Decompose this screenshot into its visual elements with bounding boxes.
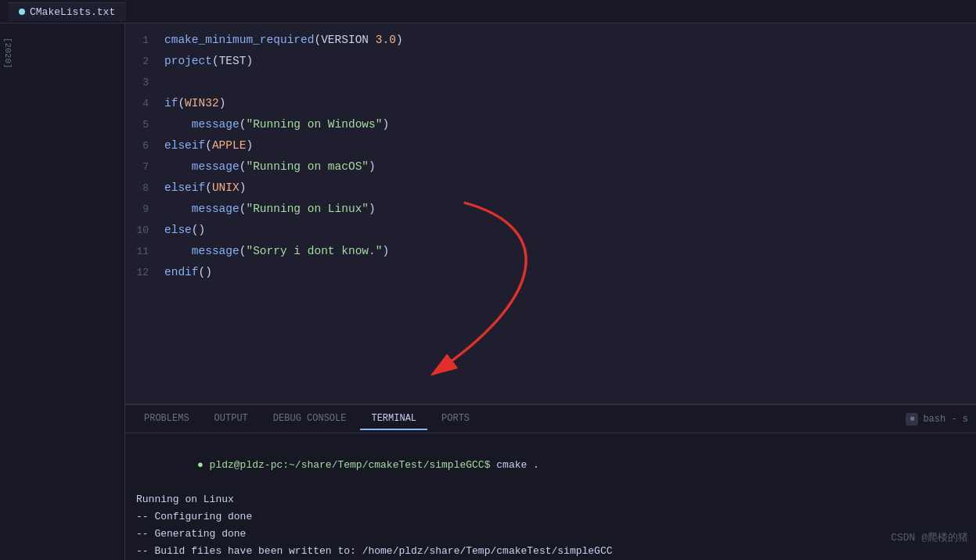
line-num-7: 7: [125, 157, 164, 178]
tab-output[interactable]: OUTPUT: [203, 408, 259, 430]
terminal-prompt: ● pldz@pldz-pc:~/share/Temp/cmakeTest/si…: [197, 459, 490, 471]
top-bar: CMakeLists.txt: [0, 0, 976, 23]
terminal-command: cmake .: [490, 459, 538, 471]
code-line-5: 5 message("Running on Windows"): [125, 114, 976, 135]
terminal-output-3: -- Generating done: [136, 526, 965, 543]
terminal-prompt-line: ● pldz@pldz-pc:~/share/Temp/cmakeTest/si…: [136, 440, 965, 491]
line-content-7: message("Running on macOS"): [164, 156, 976, 177]
terminal-output-2: -- Configuring done: [136, 508, 965, 526]
code-line-9: 9 message("Running on Linux"): [125, 199, 976, 220]
line-num-12: 12: [125, 263, 164, 283]
editor-area: 1 cmake_minimum_required(VERSION 3.0) 2 …: [125, 23, 976, 560]
code-line-10: 10 else(): [125, 220, 976, 241]
code-line-2: 2 project(TEST): [125, 51, 976, 72]
terminal-tabs: PROBLEMS OUTPUT DEBUG CONSOLE TERMINAL P…: [125, 405, 976, 433]
line-num-1: 1: [125, 31, 164, 51]
bash-icon: ■: [906, 413, 918, 425]
line-num-10: 10: [125, 221, 164, 241]
code-line-7: 7 message("Running on macOS"): [125, 156, 976, 178]
tab-label: CMakeLists.txt: [30, 6, 115, 18]
code-line-4: 4 if(WIN32): [125, 93, 976, 114]
tab-problems[interactable]: PROBLEMS: [133, 408, 200, 430]
tab-dot: [19, 9, 25, 15]
line-content-3: [164, 72, 976, 92]
line-num-2: 2: [125, 52, 164, 72]
line-content-8: elseif(UNIX): [164, 178, 976, 198]
code-line-6: 6 elseif(APPLE): [125, 135, 976, 156]
line-content-10: else(): [164, 220, 976, 240]
tab-terminal[interactable]: TERMINAL: [360, 408, 427, 430]
main-content: [2020] 1 cmake_minimum_required(VERSION …: [0, 23, 976, 560]
line-num-3: 3: [125, 73, 164, 93]
line-num-5: 5: [125, 115, 164, 135]
code-line-1: 1 cmake_minimum_required(VERSION 3.0): [125, 30, 976, 51]
code-container: 1 cmake_minimum_required(VERSION 3.0) 2 …: [125, 23, 976, 404]
line-num-9: 9: [125, 199, 164, 220]
line-content-12: endif(): [164, 262, 976, 282]
tab-debug-console[interactable]: DEBUG CONSOLE: [262, 408, 358, 430]
line-content-6: elseif(APPLE): [164, 135, 976, 156]
line-content-11: message("Sorry i dont know."): [164, 241, 976, 261]
csdn-watermark: CSDN @爬楼的猪: [891, 530, 968, 544]
line-content-9: message("Running on Linux"): [164, 199, 976, 219]
sidebar: [2020]: [0, 23, 125, 560]
sidebar-label: [2020]: [0, 31, 16, 75]
code-line-8: 8 elseif(UNIX): [125, 178, 976, 199]
terminal-body[interactable]: ● pldz@pldz-pc:~/share/Temp/cmakeTest/si…: [125, 433, 976, 560]
code-line-11: 11 message("Sorry i dont know."): [125, 241, 976, 262]
terminal-output-1: Running on Linux: [136, 491, 965, 508]
terminal-output-4: -- Build files have been written to: /ho…: [136, 543, 965, 560]
code-line-3: 3: [125, 72, 976, 93]
tab-ports[interactable]: PORTS: [430, 408, 481, 430]
line-num-8: 8: [125, 178, 164, 199]
line-num-4: 4: [125, 94, 164, 114]
line-content-2: project(TEST): [164, 51, 976, 71]
bash-label: ■ bash - s: [906, 413, 968, 425]
line-content-5: message("Running on Windows"): [164, 114, 976, 135]
terminal-panel: PROBLEMS OUTPUT DEBUG CONSOLE TERMINAL P…: [125, 404, 976, 560]
line-num-6: 6: [125, 136, 164, 156]
line-content-1: cmake_minimum_required(VERSION 3.0): [164, 30, 976, 50]
line-num-11: 11: [125, 242, 164, 262]
line-content-4: if(WIN32): [164, 93, 976, 113]
file-tab[interactable]: CMakeLists.txt: [8, 2, 126, 21]
bash-text: bash - s: [923, 414, 968, 425]
code-line-12: 12 endif(): [125, 262, 976, 283]
